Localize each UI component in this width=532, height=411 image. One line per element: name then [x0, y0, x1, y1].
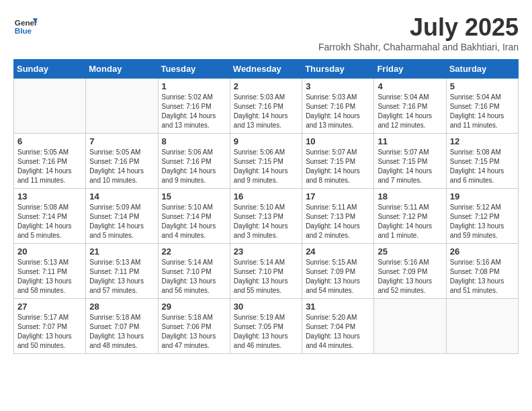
calendar-cell: 12Sunrise: 5:08 AM Sunset: 7:15 PM Dayli…: [446, 134, 518, 189]
calendar-cell: 24Sunrise: 5:15 AM Sunset: 7:09 PM Dayli…: [302, 244, 374, 299]
calendar-cell: [14, 79, 86, 134]
day-number: 1: [162, 81, 226, 91]
day-info: Sunrise: 5:14 AM Sunset: 7:10 PM Dayligh…: [162, 258, 226, 295]
calendar-cell: 9Sunrise: 5:06 AM Sunset: 7:15 PM Daylig…: [230, 134, 302, 189]
calendar-cell: 29Sunrise: 5:18 AM Sunset: 7:06 PM Dayli…: [158, 299, 230, 354]
logo: General Blue: [13, 13, 38, 38]
day-number: 10: [306, 136, 370, 146]
calendar-cell: 1Sunrise: 5:02 AM Sunset: 7:16 PM Daylig…: [158, 79, 230, 134]
title-section: July 2025 Farrokh Shahr, Chaharmahal and…: [318, 13, 519, 52]
day-number: 12: [450, 136, 515, 146]
day-info: Sunrise: 5:04 AM Sunset: 7:16 PM Dayligh…: [450, 93, 515, 130]
week-row-4: 20Sunrise: 5:13 AM Sunset: 7:11 PM Dayli…: [14, 244, 519, 299]
day-number: 31: [306, 302, 370, 312]
calendar-cell: 10Sunrise: 5:07 AM Sunset: 7:15 PM Dayli…: [302, 134, 374, 189]
page-header: General Blue July 2025 Farrokh Shahr, Ch…: [13, 13, 519, 52]
day-number: 11: [378, 136, 442, 146]
day-number: 8: [162, 136, 226, 146]
calendar-cell: [374, 299, 446, 354]
day-info: Sunrise: 5:10 AM Sunset: 7:14 PM Dayligh…: [162, 203, 226, 240]
calendar: SundayMondayTuesdayWednesdayThursdayFrid…: [13, 59, 519, 354]
day-info: Sunrise: 5:10 AM Sunset: 7:13 PM Dayligh…: [234, 203, 298, 240]
calendar-cell: [446, 299, 518, 354]
svg-text:Blue: Blue: [15, 26, 32, 35]
day-header-monday: Monday: [86, 60, 158, 79]
calendar-cell: 25Sunrise: 5:16 AM Sunset: 7:09 PM Dayli…: [374, 244, 446, 299]
calendar-cell: 3Sunrise: 5:03 AM Sunset: 7:16 PM Daylig…: [302, 79, 374, 134]
calendar-cell: 7Sunrise: 5:05 AM Sunset: 7:16 PM Daylig…: [86, 134, 158, 189]
calendar-cell: 17Sunrise: 5:11 AM Sunset: 7:13 PM Dayli…: [302, 189, 374, 244]
day-number: 27: [17, 302, 82, 312]
day-info: Sunrise: 5:07 AM Sunset: 7:15 PM Dayligh…: [378, 148, 442, 185]
day-info: Sunrise: 5:13 AM Sunset: 7:11 PM Dayligh…: [89, 258, 154, 295]
day-info: Sunrise: 5:19 AM Sunset: 7:05 PM Dayligh…: [234, 313, 298, 351]
day-info: Sunrise: 5:04 AM Sunset: 7:16 PM Dayligh…: [378, 93, 442, 130]
day-number: 28: [89, 302, 154, 312]
calendar-cell: 6Sunrise: 5:05 AM Sunset: 7:16 PM Daylig…: [14, 134, 86, 189]
day-number: 24: [306, 246, 370, 257]
day-number: 16: [234, 191, 298, 201]
calendar-cell: 11Sunrise: 5:07 AM Sunset: 7:15 PM Dayli…: [374, 134, 446, 189]
day-info: Sunrise: 5:06 AM Sunset: 7:16 PM Dayligh…: [162, 148, 226, 185]
day-number: 19: [450, 191, 515, 201]
logo-icon: General Blue: [13, 13, 38, 38]
calendar-cell: 22Sunrise: 5:14 AM Sunset: 7:10 PM Dayli…: [158, 244, 230, 299]
day-info: Sunrise: 5:15 AM Sunset: 7:09 PM Dayligh…: [306, 258, 370, 295]
day-number: 6: [17, 136, 82, 146]
day-info: Sunrise: 5:11 AM Sunset: 7:13 PM Dayligh…: [306, 203, 370, 240]
day-header-wednesday: Wednesday: [230, 60, 302, 79]
day-info: Sunrise: 5:03 AM Sunset: 7:16 PM Dayligh…: [234, 93, 298, 130]
day-header-thursday: Thursday: [302, 60, 374, 79]
day-number: 2: [234, 81, 298, 91]
calendar-cell: 31Sunrise: 5:20 AM Sunset: 7:04 PM Dayli…: [302, 299, 374, 354]
calendar-cell: 20Sunrise: 5:13 AM Sunset: 7:11 PM Dayli…: [14, 244, 86, 299]
calendar-cell: 18Sunrise: 5:11 AM Sunset: 7:12 PM Dayli…: [374, 189, 446, 244]
calendar-cell: 28Sunrise: 5:18 AM Sunset: 7:07 PM Dayli…: [86, 299, 158, 354]
day-number: 21: [89, 246, 154, 257]
day-number: 22: [162, 246, 226, 257]
day-info: Sunrise: 5:09 AM Sunset: 7:14 PM Dayligh…: [89, 203, 154, 240]
subtitle: Farrokh Shahr, Chaharmahal and Bakhtiari…: [318, 42, 519, 52]
day-info: Sunrise: 5:11 AM Sunset: 7:12 PM Dayligh…: [378, 203, 442, 240]
day-number: 26: [450, 246, 515, 257]
day-number: 3: [306, 81, 370, 91]
day-info: Sunrise: 5:13 AM Sunset: 7:11 PM Dayligh…: [17, 258, 82, 295]
calendar-cell: 21Sunrise: 5:13 AM Sunset: 7:11 PM Dayli…: [86, 244, 158, 299]
day-header-sunday: Sunday: [14, 60, 86, 79]
week-row-1: 1Sunrise: 5:02 AM Sunset: 7:16 PM Daylig…: [14, 79, 519, 134]
week-row-2: 6Sunrise: 5:05 AM Sunset: 7:16 PM Daylig…: [14, 134, 519, 189]
calendar-cell: [86, 79, 158, 134]
calendar-cell: 19Sunrise: 5:12 AM Sunset: 7:12 PM Dayli…: [446, 189, 518, 244]
day-info: Sunrise: 5:08 AM Sunset: 7:15 PM Dayligh…: [450, 148, 515, 185]
day-number: 14: [89, 191, 154, 201]
calendar-cell: 14Sunrise: 5:09 AM Sunset: 7:14 PM Dayli…: [86, 189, 158, 244]
calendar-cell: 4Sunrise: 5:04 AM Sunset: 7:16 PM Daylig…: [374, 79, 446, 134]
calendar-cell: 16Sunrise: 5:10 AM Sunset: 7:13 PM Dayli…: [230, 189, 302, 244]
day-info: Sunrise: 5:03 AM Sunset: 7:16 PM Dayligh…: [306, 93, 370, 130]
calendar-cell: 30Sunrise: 5:19 AM Sunset: 7:05 PM Dayli…: [230, 299, 302, 354]
day-info: Sunrise: 5:05 AM Sunset: 7:16 PM Dayligh…: [89, 148, 154, 185]
calendar-cell: 13Sunrise: 5:08 AM Sunset: 7:14 PM Dayli…: [14, 189, 86, 244]
day-info: Sunrise: 5:07 AM Sunset: 7:15 PM Dayligh…: [306, 148, 370, 185]
day-info: Sunrise: 5:08 AM Sunset: 7:14 PM Dayligh…: [17, 203, 82, 240]
week-row-3: 13Sunrise: 5:08 AM Sunset: 7:14 PM Dayli…: [14, 189, 519, 244]
day-info: Sunrise: 5:05 AM Sunset: 7:16 PM Dayligh…: [17, 148, 82, 185]
day-number: 13: [17, 191, 82, 201]
day-info: Sunrise: 5:18 AM Sunset: 7:06 PM Dayligh…: [162, 313, 226, 351]
day-number: 4: [378, 81, 442, 91]
day-number: 9: [234, 136, 298, 146]
day-header-tuesday: Tuesday: [158, 60, 230, 79]
day-number: 15: [162, 191, 226, 201]
day-header-saturday: Saturday: [446, 60, 518, 79]
day-number: 18: [378, 191, 442, 201]
day-info: Sunrise: 5:16 AM Sunset: 7:08 PM Dayligh…: [450, 258, 515, 295]
day-number: 17: [306, 191, 370, 201]
calendar-cell: 26Sunrise: 5:16 AM Sunset: 7:08 PM Dayli…: [446, 244, 518, 299]
day-info: Sunrise: 5:06 AM Sunset: 7:15 PM Dayligh…: [234, 148, 298, 185]
day-header-friday: Friday: [374, 60, 446, 79]
calendar-cell: 27Sunrise: 5:17 AM Sunset: 7:07 PM Dayli…: [14, 299, 86, 354]
day-number: 7: [89, 136, 154, 146]
day-number: 29: [162, 302, 226, 312]
day-info: Sunrise: 5:12 AM Sunset: 7:12 PM Dayligh…: [450, 203, 515, 240]
day-info: Sunrise: 5:18 AM Sunset: 7:07 PM Dayligh…: [89, 313, 154, 351]
